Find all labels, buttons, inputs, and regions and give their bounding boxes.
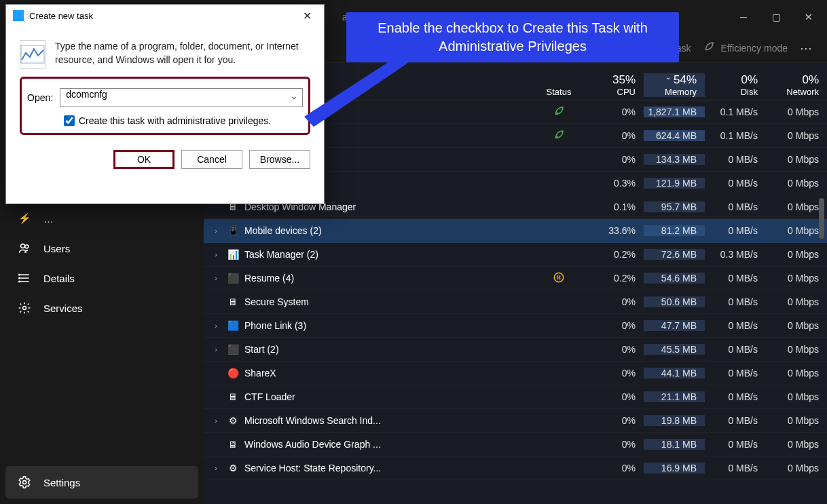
close-button[interactable]: ✕	[793, 6, 824, 28]
memory-cell: 47.7 MB	[644, 320, 705, 331]
sidebar-item-label: …	[43, 213, 54, 225]
expand-chevron-icon[interactable]: ›	[210, 250, 221, 258]
sidebar-item-settings[interactable]: Settings	[5, 466, 198, 499]
svg-point-4	[25, 245, 29, 248]
process-name-cell: ›⚙Microsoft Windows Search Ind...	[204, 414, 535, 427]
memory-cell: 44.1 MB	[644, 368, 705, 379]
admin-privileges-label: Create this task with administrative pri…	[79, 115, 271, 126]
process-icon: 🟦	[227, 319, 239, 332]
cancel-button[interactable]: Cancel	[181, 150, 242, 169]
memory-cell: 134.3 MB	[644, 154, 705, 165]
column-cpu[interactable]: 35% CPU	[583, 73, 644, 97]
ok-button[interactable]: OK	[113, 150, 174, 169]
sidebar-item-services[interactable]: Services	[5, 293, 198, 323]
table-row[interactable]: 🖥Secure System0%50.6 MB0 MB/s0 Mbps	[204, 290, 827, 314]
network-cell: 0 Mbps	[766, 106, 827, 117]
dialog-titlebar[interactable]: Create new task ✕	[6, 5, 324, 26]
column-disk[interactable]: 0% Disk	[705, 73, 766, 97]
network-cell: 0 Mbps	[766, 439, 827, 450]
svg-point-9	[23, 481, 26, 484]
process-name-cell: ›🟦Phone Link (3)	[204, 319, 535, 332]
disk-cell: 0 MB/s	[705, 415, 766, 426]
admin-privileges-checkbox[interactable]	[64, 115, 75, 126]
network-cell: 0 Mbps	[766, 225, 827, 236]
cpu-cell: 0%	[583, 320, 644, 331]
dialog-body: Type the name of a program, folder, docu…	[6, 26, 324, 142]
open-label: Open:	[27, 92, 53, 103]
column-status[interactable]: Status	[535, 87, 583, 97]
network-cell: 0 Mbps	[766, 296, 827, 307]
process-icon: ⚙	[227, 462, 239, 474]
sidebar-item-users[interactable]: Users	[5, 233, 198, 263]
expand-chevron-icon[interactable]: ›	[210, 416, 221, 425]
memory-cell: 19.8 MB	[644, 415, 705, 426]
svg-marker-12	[304, 49, 409, 127]
sidebar-item-startup[interactable]: ⚡ …	[5, 203, 198, 233]
disk-cell: 0 MB/s	[705, 178, 766, 189]
settings-label: Settings	[43, 477, 80, 488]
process-name-cell: 🖥Secure System	[204, 296, 535, 308]
network-cell: 0 Mbps	[766, 344, 827, 355]
process-icon: 📊	[227, 248, 239, 260]
more-options-button[interactable]: ⋯	[800, 41, 813, 56]
expand-chevron-icon[interactable]: ›	[210, 227, 221, 235]
cpu-cell: 0%	[583, 154, 644, 165]
column-memory[interactable]: ⌄54% Memory	[644, 73, 705, 97]
expand-chevron-icon[interactable]: ›	[210, 345, 221, 353]
maximize-button[interactable]: ▢	[760, 6, 792, 28]
network-cell: 0 Mbps	[766, 368, 827, 379]
table-row[interactable]: ›⚙Microsoft Windows Search Ind...0%19.8 …	[204, 409, 827, 433]
memory-cell: 54.6 MB	[644, 273, 705, 284]
cpu-cell: 0%	[583, 463, 644, 473]
process-icon: 🔴	[227, 367, 239, 379]
memory-cell: 18.1 MB	[644, 439, 705, 450]
process-icon: 🖥	[227, 391, 239, 403]
process-icon: 📱	[227, 225, 239, 237]
process-name-cell: ›📊Task Manager (2)	[204, 248, 535, 260]
expand-chevron-icon[interactable]: ›	[210, 464, 221, 472]
memory-cell: 50.6 MB	[644, 296, 705, 307]
memory-cell: 16.9 MB	[644, 463, 705, 473]
table-row[interactable]: ›📱Mobile devices (2)33.6%81.2 MB0 MB/s0 …	[204, 219, 827, 243]
svg-point-6	[19, 277, 20, 279]
table-row[interactable]: ›⬛Resume (4)0.2%54.6 MB0 MB/s0 Mbps	[204, 267, 827, 290]
network-cell: 0 Mbps	[766, 320, 827, 331]
cpu-cell: 0.2%	[583, 249, 644, 260]
efficiency-mode-button[interactable]: Efficiency mode	[703, 41, 788, 55]
table-row[interactable]: ›⚙Service Host: State Repository...0%16.…	[204, 457, 827, 480]
disk-cell: 0 MB/s	[705, 201, 766, 212]
memory-cell: 121.9 MB	[644, 178, 705, 189]
create-task-dialog: Create new task ✕ Type the name of a pro…	[5, 4, 325, 204]
expand-chevron-icon[interactable]: ›	[210, 322, 221, 330]
table-row[interactable]: 🔴ShareX0%44.1 MB0 MB/s0 Mbps	[204, 362, 827, 385]
process-name: Task Manager (2)	[244, 249, 318, 260]
sidebar-item-label: Services	[43, 303, 83, 314]
app-icon	[13, 10, 24, 21]
memory-cell: 624.4 MB	[644, 130, 705, 141]
network-cell: 0 Mbps	[766, 415, 827, 426]
table-row[interactable]: 🖥CTF Loader0%21.1 MB0 MB/s0 Mbps	[204, 385, 827, 409]
table-row[interactable]: 🖥Windows Audio Device Graph ...0%18.1 MB…	[204, 433, 827, 457]
table-row[interactable]: ›📊Task Manager (2)0.2%72.6 MB0.3 MB/s0 M…	[204, 243, 827, 267]
open-combobox[interactable]: dcomcnfg	[60, 88, 303, 107]
table-row[interactable]: ›⬛Start (2)0%45.5 MB0 MB/s0 Mbps	[204, 338, 827, 362]
cpu-cell: 0.1%	[583, 201, 644, 212]
dialog-close-button[interactable]: ✕	[297, 9, 317, 22]
browse-button[interactable]: Browse...	[249, 150, 310, 169]
dialog-description: Type the name of a program, folder, docu…	[55, 40, 310, 66]
network-cell: 0 Mbps	[766, 154, 827, 165]
network-cell: 0 Mbps	[766, 463, 827, 473]
sidebar-item-details[interactable]: Details	[5, 263, 198, 293]
disk-cell: 0.1 MB/s	[705, 106, 766, 117]
table-row[interactable]: ›🟦Phone Link (3)0%47.7 MB0 MB/s0 Mbps	[204, 314, 827, 338]
cpu-cell: 33.6%	[583, 225, 644, 236]
svg-point-10	[554, 273, 564, 282]
cpu-cell: 0%	[583, 415, 644, 426]
expand-chevron-icon[interactable]: ›	[210, 274, 221, 282]
process-name: Windows Audio Device Graph ...	[244, 439, 381, 450]
minimize-button[interactable]: ─	[728, 6, 759, 28]
column-network[interactable]: 0% Network	[766, 73, 827, 97]
vertical-scrollbar[interactable]	[819, 198, 824, 239]
disk-cell: 0 MB/s	[705, 391, 766, 402]
disk-cell: 0 MB/s	[705, 154, 766, 165]
